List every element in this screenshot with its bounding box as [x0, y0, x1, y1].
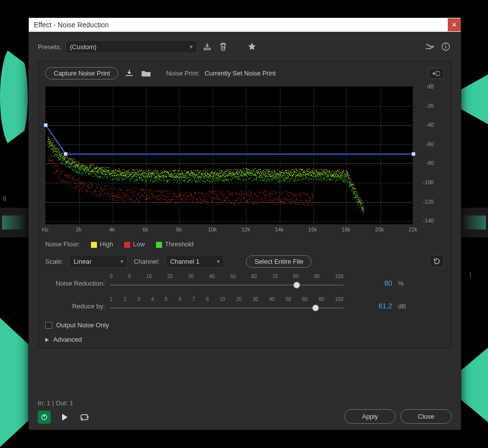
svg-rect-3604	[256, 176, 256, 176]
channel-dropdown[interactable]: Channel 1 ▼	[165, 255, 224, 268]
reduce-by-slider[interactable]: 1234567810203040506080100	[110, 299, 343, 313]
svg-rect-2084	[298, 172, 299, 173]
svg-rect-2942	[146, 180, 147, 181]
svg-rect-286	[117, 200, 118, 200]
svg-rect-389	[143, 195, 144, 196]
close-button[interactable]: Close	[401, 409, 452, 424]
advanced-toggle[interactable]: ▶ Advanced	[45, 336, 444, 343]
svg-rect-527	[177, 202, 178, 203]
output-noise-checkbox[interactable]	[45, 322, 52, 329]
threshold-handle[interactable]	[64, 152, 68, 156]
slider-thumb[interactable]	[293, 282, 300, 289]
svg-rect-598	[195, 194, 195, 194]
save-preset-button[interactable]	[201, 41, 213, 53]
presets-dropdown[interactable]: (Custom) ▼	[66, 40, 197, 53]
noise-reduction-unit: %	[398, 280, 404, 287]
svg-rect-2718	[109, 177, 109, 177]
svg-rect-3378	[218, 173, 219, 174]
svg-rect-3598	[255, 175, 255, 175]
svg-rect-2814	[125, 180, 125, 181]
chevron-down-icon: ▼	[216, 259, 221, 264]
svg-rect-2469	[68, 162, 68, 163]
svg-rect-642	[206, 199, 206, 200]
svg-rect-35	[55, 166, 56, 167]
delete-preset-button[interactable]	[217, 41, 229, 53]
svg-rect-1255	[92, 164, 93, 165]
svg-rect-1198	[78, 166, 79, 166]
svg-rect-2727	[110, 177, 111, 177]
svg-rect-1102	[54, 147, 55, 148]
svg-rect-906	[271, 201, 272, 202]
svg-rect-3194	[188, 174, 188, 175]
svg-rect-2971	[151, 174, 152, 175]
svg-rect-782	[241, 201, 241, 201]
svg-rect-1525	[160, 177, 160, 177]
svg-rect-1287	[100, 167, 101, 168]
svg-rect-2412	[58, 151, 59, 152]
svg-rect-4076	[334, 173, 334, 173]
noise-reduction-value[interactable]: 80	[365, 279, 392, 287]
apply-button[interactable]: Apply	[344, 409, 396, 424]
svg-rect-4011	[323, 174, 324, 175]
svg-rect-2535	[79, 169, 79, 169]
svg-rect-819	[250, 194, 250, 194]
svg-rect-3995	[321, 176, 321, 177]
svg-rect-179	[91, 194, 91, 195]
close-window-button[interactable]: ✕	[448, 18, 461, 31]
svg-rect-4062	[331, 180, 332, 180]
svg-rect-404	[147, 196, 147, 197]
svg-rect-3419	[225, 177, 226, 177]
noise-reduction-slider[interactable]: 00102030405060708090100	[110, 276, 343, 291]
svg-rect-3714	[274, 177, 274, 178]
svg-rect-3871	[300, 173, 301, 173]
favorite-button[interactable]	[246, 41, 258, 53]
star-icon	[247, 42, 256, 51]
svg-rect-3102	[172, 176, 173, 176]
svg-rect-4015	[324, 180, 325, 180]
svg-rect-581	[191, 195, 191, 196]
svg-rect-3850	[297, 181, 297, 181]
save-noise-print-button[interactable]	[123, 68, 135, 79]
channel-routing-button[interactable]	[424, 41, 436, 53]
spectrum-graph[interactable]	[45, 86, 413, 224]
svg-rect-21	[52, 160, 52, 161]
svg-rect-363	[137, 193, 137, 194]
scale-dropdown[interactable]: Linear ▼	[69, 255, 128, 268]
svg-rect-851	[258, 197, 258, 198]
svg-rect-2647	[97, 176, 98, 177]
threshold-handle[interactable]	[44, 123, 48, 127]
svg-rect-3996	[321, 177, 321, 178]
svg-rect-4113	[340, 177, 340, 177]
svg-rect-877	[264, 195, 265, 196]
info-button[interactable]	[440, 41, 452, 53]
svg-rect-4216	[357, 196, 358, 196]
svg-rect-3280	[202, 173, 203, 173]
svg-rect-916	[274, 191, 274, 192]
svg-rect-1304	[104, 168, 105, 169]
svg-rect-3903	[305, 178, 306, 179]
reduce-by-value[interactable]: 61.2	[365, 302, 392, 310]
svg-rect-1100	[54, 145, 54, 146]
open-noise-print-button[interactable]	[140, 68, 152, 79]
loop-button[interactable]	[79, 411, 90, 423]
svg-rect-1362	[119, 171, 119, 171]
svg-rect-1623	[184, 175, 184, 176]
slider-thumb[interactable]	[312, 304, 319, 311]
capture-noise-print-button[interactable]: Capture Noise Print	[45, 67, 118, 79]
svg-rect-890	[267, 202, 268, 203]
svg-rect-3861	[298, 180, 299, 180]
power-button[interactable]	[38, 411, 51, 424]
svg-rect-2407	[58, 159, 58, 160]
svg-rect-3130	[177, 181, 178, 182]
svg-rect-1585	[174, 176, 175, 177]
reset-button[interactable]	[429, 255, 444, 268]
select-entire-file-button[interactable]: Select Entire File	[246, 255, 312, 268]
svg-rect-1801	[228, 173, 229, 174]
svg-rect-2616	[92, 176, 92, 176]
svg-rect-3062	[166, 172, 166, 173]
svg-rect-3630	[260, 177, 260, 178]
graph-view-toggle[interactable]	[428, 68, 444, 79]
play-button[interactable]	[59, 411, 71, 423]
svg-rect-1434	[137, 173, 137, 174]
svg-rect-2882	[136, 172, 137, 173]
